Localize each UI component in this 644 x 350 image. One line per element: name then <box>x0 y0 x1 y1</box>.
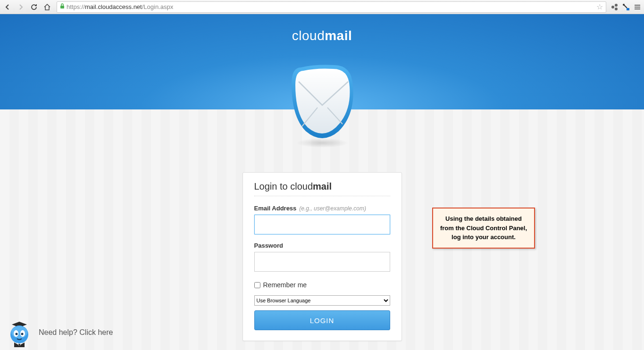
svg-rect-5 <box>627 8 629 10</box>
home-button[interactable] <box>42 1 53 13</box>
svg-rect-7 <box>635 7 640 8</box>
email-input[interactable] <box>254 215 390 234</box>
back-button[interactable] <box>2 1 13 13</box>
page-content: cloudmail <box>0 14 644 350</box>
browser-toolbar: https://mail.cloudaccess.net/Login.aspx … <box>0 0 644 14</box>
lock-icon <box>60 3 65 10</box>
svg-point-1 <box>611 6 614 8</box>
svg-point-16 <box>21 333 24 335</box>
remember-checkbox[interactable] <box>254 282 260 288</box>
url-bar[interactable]: https://mail.cloudaccess.net/Login.aspx … <box>57 1 606 13</box>
instruction-callout: Using the details obtained from the Clou… <box>432 208 535 249</box>
email-label: Email Address(e.g., user@example.com) <box>254 205 390 212</box>
language-select[interactable]: Use Browser Language <box>254 295 390 306</box>
svg-point-3 <box>615 8 618 10</box>
menu-button[interactable] <box>633 2 642 12</box>
brand-logo-text: cloudmail <box>292 28 352 43</box>
login-button[interactable]: LOGIN <box>254 310 390 330</box>
svg-point-2 <box>615 4 618 7</box>
svg-rect-6 <box>635 5 640 6</box>
reload-button[interactable] <box>28 1 40 13</box>
svg-rect-8 <box>635 8 640 9</box>
svg-point-4 <box>623 4 625 6</box>
mail-logo-icon <box>282 60 362 150</box>
svg-point-12 <box>11 326 27 338</box>
extension-icon-2[interactable] <box>621 2 631 12</box>
forward-button[interactable] <box>15 1 26 13</box>
remember-label[interactable]: Remember me <box>263 281 307 289</box>
password-input[interactable] <box>254 252 390 272</box>
password-label: Password <box>254 242 390 249</box>
svg-point-9 <box>296 138 348 148</box>
url-text: https://mail.cloudaccess.net/Login.aspx <box>67 3 596 10</box>
extension-icon-1[interactable] <box>610 2 619 12</box>
svg-point-15 <box>16 333 18 335</box>
login-title: Login to cloudmail <box>254 181 390 196</box>
svg-rect-0 <box>60 6 64 8</box>
login-panel: Login to cloudmail Email Address(e.g., u… <box>243 172 402 341</box>
help-widget[interactable]: Need help? Click here <box>5 318 113 347</box>
bookmark-star-icon[interactable]: ☆ <box>596 2 603 11</box>
help-avatar-icon <box>5 318 34 347</box>
help-text: Need help? Click here <box>39 328 113 337</box>
